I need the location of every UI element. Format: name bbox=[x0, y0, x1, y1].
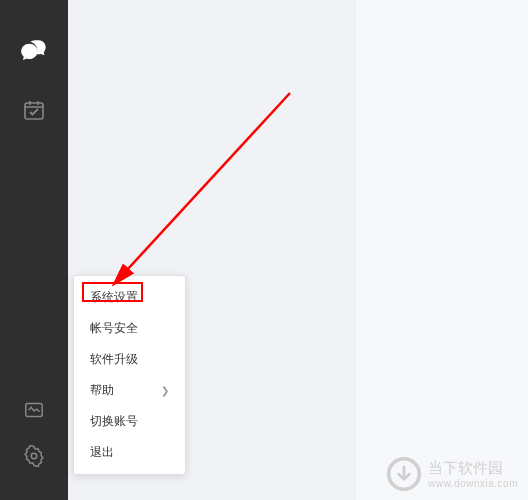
menu-item-help[interactable]: 帮助 ❯ bbox=[74, 375, 185, 406]
menu-item-system-settings[interactable]: 系统设置 bbox=[74, 282, 185, 313]
settings-icon[interactable] bbox=[20, 442, 48, 470]
watermark-text: 当下软件园 www.downxia.com bbox=[428, 459, 518, 489]
sidebar-bottom bbox=[0, 396, 68, 488]
menu-item-label: 帮助 bbox=[90, 382, 114, 399]
svg-point-2 bbox=[31, 453, 37, 459]
watermark: 当下软件园 www.downxia.com bbox=[386, 456, 518, 492]
calendar-icon[interactable] bbox=[20, 96, 48, 124]
menu-item-label: 切换账号 bbox=[90, 413, 138, 430]
watermark-cn: 当下软件园 bbox=[428, 459, 518, 478]
menu-item-switch-account[interactable]: 切换账号 bbox=[74, 406, 185, 437]
watermark-logo-icon bbox=[386, 456, 422, 492]
menu-item-label: 系统设置 bbox=[90, 289, 138, 306]
menu-item-label: 软件升级 bbox=[90, 351, 138, 368]
monitor-icon[interactable] bbox=[20, 396, 48, 424]
sidebar bbox=[0, 0, 68, 500]
watermark-en: www.downxia.com bbox=[428, 478, 518, 489]
menu-item-exit[interactable]: 退出 bbox=[74, 437, 185, 468]
menu-item-account-security[interactable]: 帐号安全 bbox=[74, 313, 185, 344]
menu-item-software-upgrade[interactable]: 软件升级 bbox=[74, 344, 185, 375]
svg-rect-0 bbox=[25, 103, 43, 119]
chat-icon[interactable] bbox=[20, 38, 48, 66]
chevron-right-icon: ❯ bbox=[161, 385, 169, 396]
menu-item-label: 退出 bbox=[90, 444, 114, 461]
context-menu: 系统设置 帐号安全 软件升级 帮助 ❯ 切换账号 退出 bbox=[73, 275, 186, 475]
menu-item-label: 帐号安全 bbox=[90, 320, 138, 337]
